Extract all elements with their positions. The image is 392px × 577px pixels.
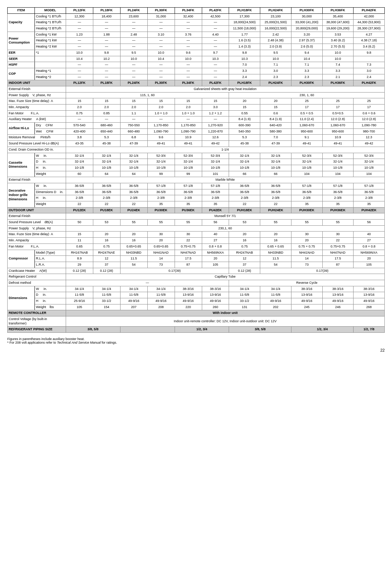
cassette-label: Cassette Dimensions: [8, 153, 35, 177]
footnote1: Figures in parentheses include auxiliary…: [7, 337, 385, 341]
control-voltage-row: Control Voltage (by built-in transformer…: [8, 316, 385, 327]
control-voltage-label: Control Voltage (by built-in transformer…: [8, 316, 66, 327]
airflow-wet-row: Wet CFM 420-400 650-440 660-480 1,090-79…: [8, 128, 385, 135]
moisture-label: Moisture Removal Pints/h: [8, 135, 66, 141]
outdoor-min-ampacity-label: Min. Ampacity: [8, 238, 66, 244]
heating2-label: Heating *2 BTU/h: [34, 26, 66, 32]
outdoor-fan-motor-row: Fan Motor F.L.A. 0.65 0.75 0.65+0.65 0.6…: [8, 244, 385, 250]
model-header: MODEL: [34, 8, 66, 14]
outdoor-unit-label: OUTDOOR UNIT: [8, 207, 66, 213]
ext-finish-row: External Finish Galvanized sheets with g…: [8, 86, 385, 92]
aux-heater-label: Auxiliary Heater A (kW): [8, 116, 66, 123]
indoor-unit-label: INDOOR UNIT: [8, 80, 66, 86]
indoor-unit-header-row: INDOOR UNIT PL12FK PL18FK PL24FK PL30FK …: [8, 80, 385, 86]
hspf-row: HSPF — — — — — — 7.0 7.1 7.1 7.4 7.3: [8, 62, 385, 68]
outdoor-dim-label: Dimensions: [8, 286, 35, 310]
cassette-dim-w-row: Cassette Dimensions W in. 32-1/4 32-1/4 …: [8, 153, 385, 159]
col-plh42fk: PLH42FK: [354, 8, 385, 14]
page-number: 22: [7, 348, 385, 352]
cond-drain-row: Cond. Drain Connection OD in. 1-1/4: [8, 147, 385, 153]
aux-heater-row: Auxiliary Heater A (kW) — — — — — — 8.4 …: [8, 116, 385, 123]
fuze-size-row: Max. Fuze Size (time delay) A 15 15 15 1…: [8, 98, 385, 105]
page-container: ITEM MODEL PL12FK PL18FK PL24FK PL30FK P…: [7, 7, 385, 352]
airflow-dry-row: Airflow Hi-Lo Dry CFM 570-540 680-460 75…: [8, 123, 385, 129]
crankcase-label: Crankcase Heater A(W): [8, 268, 66, 274]
outdoor-fuze-label: Max. Fuze Size (time delay) A: [8, 232, 66, 238]
cooling-label: Cooling *1 BTU/h: [34, 13, 66, 20]
min-ampacity-row: Min. Ampacity 2.0 2.0 2.0 2.0 2.0 3.0 15…: [8, 105, 385, 111]
defrost-method-row: Defrost method — Reverse Cycle: [8, 280, 385, 286]
dec-grille-weight-row: Weight 22 22 22 35 35 35 22 22 35 35 35: [8, 201, 385, 208]
sound-pressure-label: Sound Pressure Level Hi-Lo dB(A): [8, 141, 66, 147]
footnotes: Figures in parentheses include auxiliary…: [7, 337, 385, 344]
defrost-method-label: Defrost method: [8, 280, 66, 286]
outdoor-fuze-row: Max. Fuze Size (time delay) A 15 20 20 3…: [8, 232, 385, 238]
sound-pressure-row: Sound Pressure Level Hi-Lo dB(A) 43-35 4…: [8, 141, 385, 147]
dec-grille-d-row: Dimensions D in. 36-5/8 36-5/8 36-5/8 36…: [8, 189, 385, 195]
power-heating1-label: Heating *1 kW: [34, 38, 66, 44]
col-plh24fk: PLH24FK: [260, 8, 291, 14]
outdoor-ext-finish-row: External Finish Munsell 5Y 7/1: [8, 213, 385, 220]
cop-label: COP: [8, 68, 35, 80]
outdoor-unit-header-row: OUTDOOR UNIT PU12EK PU18EK PU24EK PU30EK…: [8, 207, 385, 213]
fan-motor-label: Fan Motor F.L.A.: [8, 110, 66, 116]
heating1-label: Heating *1 BTU/h: [34, 20, 66, 26]
seer-label: SEER: [8, 56, 35, 62]
outdoor-sound-label: Sound Pressure Level dB(A): [8, 220, 66, 226]
compressor-label: Compressor: [8, 250, 35, 268]
footnote2: * For 208 volt applications refer to Tec…: [7, 341, 385, 344]
power-heating1-row: Heating *1 kW — — — — — — 1.6 (3.5) 2.48…: [8, 38, 385, 44]
eer-label: EER: [8, 50, 35, 56]
piping-size-label: REFRIGERANT PIPING SIZE: [8, 327, 66, 333]
item-header: ITEM: [8, 8, 35, 14]
col-pl18fk: PL18FK: [93, 8, 120, 14]
fuze-size-label: Max. Fuze Size (time delay) A: [8, 98, 66, 105]
cassette-weight-row: Weight 60 64 64 99 99 101 66 66 104 104 …: [8, 171, 385, 177]
power-cooling-label: Cooling *1 kW: [34, 32, 66, 38]
ext-finish-label: External Finish: [8, 86, 66, 92]
outdoor-power-supply-row: Power Supply V, phase, Hz 230,1, 60: [8, 225, 385, 232]
cop-heating1-row: COP Heating *1 — — — — — — 3.3 3.0 3.3 3…: [8, 68, 385, 74]
power-heating2-row: Heating *2 kW — — — — — — 1.4 (3.3) 2.0 …: [8, 44, 385, 50]
col-plh18fk: PLH18FK: [229, 8, 260, 14]
col-pl34fk: PL34FK: [175, 8, 202, 14]
outdoor-dim-d-row: D in. 11-5/8 11-5/8 11-5/8 11-5/8 13-9/1…: [8, 292, 385, 298]
outdoor-min-ampacity-row: Min. Ampacity 11 16 16 20 22 27 16 16 20…: [8, 238, 385, 244]
col-plh36fk: PLH36FK: [322, 8, 354, 14]
eer-row: EER *1 10.0 9.8 9.5 10.0 9.6 9.7 9.8 9.5…: [8, 50, 385, 56]
cond-drain-label: Cond. Drain Connection OD in.: [8, 147, 66, 153]
col-pl24fk: PL24FK: [120, 8, 147, 14]
outdoor-dim-w-row: Dimensions W in. 34-1/4 34-1/4 34-1/4 34…: [8, 286, 385, 292]
capacity-heating2-row: Heating *2 BTU/h — — — — — — 11,500 (18,…: [8, 26, 385, 32]
col-pl30fk: PL30FK: [147, 8, 175, 14]
piping-size-row: REFRIGERANT PIPING SIZE 3/8, 5/8 1/2, 3/…: [8, 327, 385, 333]
remote-controller-label: REMOTE CONTROLLER: [8, 310, 66, 316]
outdoor-weight-row: Weight lbs 105 154 207 208 220 260 131 2…: [8, 304, 385, 310]
capacity-label: Capacity: [8, 13, 35, 32]
cassette-dim-h-row: H in. 10-1/8 10-1/8 10-1/8 10-1/8 10-1/8…: [8, 165, 385, 171]
power-label: Power Consumption: [8, 32, 35, 50]
ext-finish-marble-row: External Finish Marble White: [8, 177, 385, 183]
col-plh30fk: PLH30FK: [291, 8, 322, 14]
fan-motor-row: Fan Motor F.L.A. 0.75 0.85 1.1 1.0 + 1.0…: [8, 110, 385, 116]
capacity-cooling-row: Capacity Cooling *1 BTU/h 12,300 18,400 …: [8, 13, 385, 20]
moisture-row: Moisture Removal Pints/h 3.8 5.3 6.8 9.6…: [8, 135, 385, 141]
col-pl42fk: PL42FK: [202, 8, 229, 14]
decorative-indoor-label: Decorative Indoor grille Dimensions: [8, 183, 35, 207]
outdoor-ext-finish-label: External Finish: [8, 213, 66, 220]
dec-grille-h-row: H in. 2-3/8 2-3/8 2-3/8 2-3/8 2-3/8 2-3/…: [8, 195, 385, 201]
refrigerant-control-label: Refrigerant Control: [8, 274, 66, 280]
compressor-rla-row: R.L.A. 8.9 12 11.5 14 17.5 20 12 11.5 14…: [8, 256, 385, 262]
remote-controller-header-row: REMOTE CONTROLLER With indoor unit: [8, 310, 385, 316]
power-supply-label: Power Supply V, phase, Hz: [8, 92, 66, 98]
col-pl12fk: PL12FK: [66, 8, 93, 14]
cassette-dim-d-row: D in. 32-1/4 32-1/4 32-1/4 32-1/4 32-1/4…: [8, 159, 385, 165]
outdoor-power-supply-label: Power Supply V, phase, Hz: [8, 225, 66, 232]
outdoor-fan-motor-label: Fan Motor F.L.A.: [8, 244, 66, 250]
power-heating2-label: Heating *2 kW: [34, 44, 66, 50]
cop-heating2-row: Heating *2 — — — — — — 2.4 2.3 2.3 2.1 2…: [8, 74, 385, 80]
hspf-label: HSPF: [8, 62, 35, 68]
power-supply-row: Power Supply V, phase, Hz 115, 1, 60 230…: [8, 92, 385, 98]
outdoor-dim-h-row: H in. 25-9/16 33-1/2 49-9/16 49-9/16 49-…: [8, 298, 385, 304]
compressor-model-row: Compressor Model (Type) RH167NAB RH247NA…: [8, 250, 385, 256]
